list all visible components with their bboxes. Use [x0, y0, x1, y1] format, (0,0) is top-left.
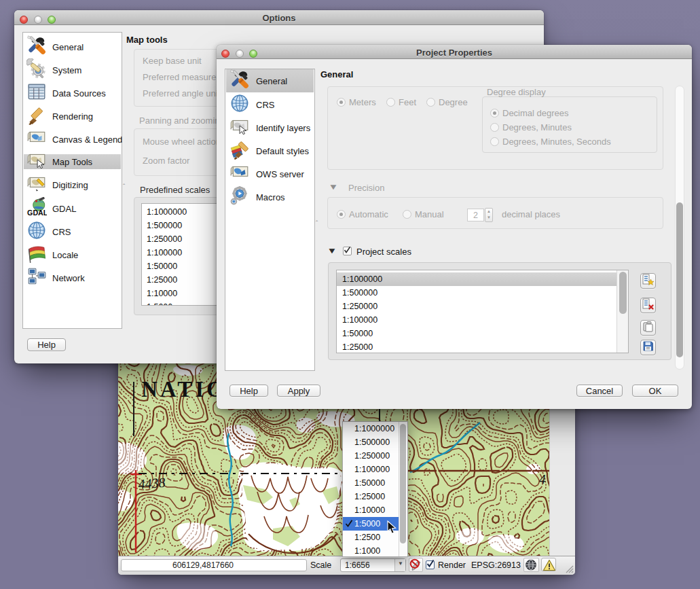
svg-text:4: 4	[539, 472, 546, 486]
svg-text:GDAL: GDAL	[27, 209, 47, 217]
svg-text:4438: 4438	[137, 475, 166, 492]
